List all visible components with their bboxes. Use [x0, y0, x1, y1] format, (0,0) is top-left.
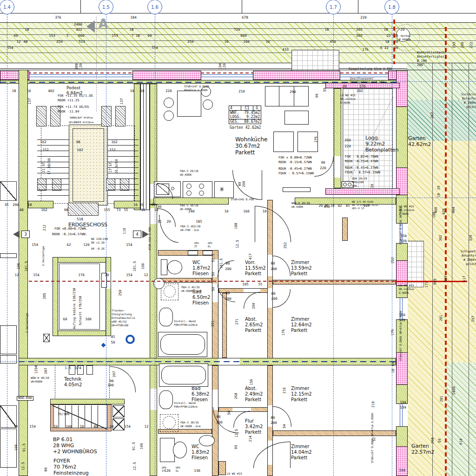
dim-label: 101.5 [133, 261, 137, 272]
dim-label: 100 [140, 443, 144, 450]
dim-label: 35 [4, 203, 8, 207]
dim-label: 10 [109, 425, 113, 429]
room-label-line: 12.64m2 [291, 322, 312, 328]
abst-west-wall [222, 293, 227, 358]
dim-label: 200 [461, 42, 464, 48]
room-label: Flur3.42m2Parkett [245, 418, 263, 435]
dim-label: 276 [314, 136, 318, 143]
chair [164, 111, 174, 121]
dim-label: 267 [430, 112, 434, 119]
dim-label: 660 [78, 34, 85, 38]
annotation: WDB-H 20/10 [291, 202, 310, 205]
dim-label: 30 [157, 205, 161, 209]
room-label: Abst.2.65m2Parkett [245, 317, 263, 333]
room-label-line: 4.05m2 [64, 382, 82, 388]
dim-label: 285 [43, 293, 46, 299]
dim-label: 18 [129, 28, 133, 32]
dim-label: 18 [324, 28, 329, 32]
annotation: Trocken- [112, 309, 125, 312]
dim-label: 35 [157, 220, 161, 224]
annotation: # 2904+40 [463, 258, 476, 262]
dim-label: 184 [130, 16, 137, 20]
room-label: Garten22.57m2 [411, 443, 434, 456]
annotation: Aufzug kabine 110/210 [73, 288, 77, 329]
dim-label: 554 [7, 46, 13, 50]
annotation: IT [162, 469, 165, 472]
room-label: Abst.2.49m2Parkett [245, 386, 263, 402]
annotation: GELÄNDER H=110cm [69, 121, 93, 124]
annotation: RP=97cm U.RDOK [184, 89, 208, 92]
dim-label: 54 [283, 424, 286, 428]
dim-label: 155 [104, 208, 110, 212]
toilet-bowl [173, 442, 187, 458]
dim-label: 2400 [452, 386, 456, 395]
dim-label: 20 [342, 85, 346, 88]
room-label-line: Zimmer [291, 317, 312, 322]
section-3-marker: 3 [21, 231, 30, 238]
room-label-line: 11.55m2 [245, 265, 266, 271]
dim-label: 162 [40, 140, 46, 144]
grid-bubble: 1.8 [384, 0, 399, 14]
room-label-line: Parkett [291, 397, 312, 403]
annotation: UK-FOK -3cm [180, 229, 199, 232]
elevator-wall [53, 257, 111, 263]
dim-label: 417 [249, 253, 252, 260]
dim-label: 10 [130, 89, 134, 93]
drawing-element [199, 184, 204, 189]
dim-label: 220 [360, 16, 367, 20]
dim-label: 10 [53, 425, 58, 429]
dim-label: 388 [75, 63, 79, 70]
drawing-element [294, 86, 294, 106]
dim-label: 202 [357, 89, 363, 93]
dim-label: 22 [386, 34, 390, 38]
drawing-element [80, 0, 81, 13]
door-gap [150, 389, 157, 410]
dim-label: 610 [459, 438, 463, 445]
zimmer1-door-swing [273, 256, 291, 276]
room-label-line: Parkett [235, 149, 268, 156]
grid-bubble: 1.6 [147, 0, 162, 14]
dim-label: 200 [225, 267, 231, 271]
dim-label: 17.38/30 [47, 158, 51, 175]
annotation: Ü.RDOK [340, 101, 350, 105]
door-gap [334, 156, 341, 178]
room-label: WC1.87m2Fliesen [192, 260, 210, 276]
annotation: w08 45/52 [112, 320, 127, 324]
dim-label: 250 [119, 290, 122, 296]
annotation: Ü.RDOK [399, 291, 409, 295]
dim-label: 160 [243, 40, 250, 44]
chair [203, 99, 213, 110]
dim-label: 90 [315, 93, 319, 98]
dim-label: 139 [223, 63, 226, 70]
drawing-element [201, 77, 253, 77]
toilet-bowl [167, 260, 182, 274]
drawing-element [343, 183, 347, 186]
dim-label: 30 [324, 204, 328, 208]
room-label: Logg.9.22m2Betonplatten [365, 135, 398, 153]
dim-label: 268 [431, 437, 435, 444]
door-gap [212, 284, 218, 302]
annotation: UK-ROOK [291, 205, 303, 209]
shaft-box [43, 334, 50, 342]
drawing-element [120, 178, 129, 191]
drawing-element [36, 106, 46, 126]
annotation: 35/100 [58, 413, 69, 416]
washbasin [159, 308, 173, 326]
coffee-table [284, 111, 309, 125]
dim-label: 100 [17, 263, 20, 270]
drawing-element [143, 84, 144, 210]
room-label-line: 13.59m2 [291, 265, 312, 271]
annotation: LÜ WD #15 [399, 284, 414, 287]
dim-label: 5 [66, 34, 69, 38]
drawing-element [146, 84, 146, 210]
dim-label: 720 [234, 28, 240, 32]
dim-label: 51.5 [212, 254, 215, 262]
dim-label: 100 [14, 444, 18, 451]
dim-label: 50 [212, 272, 215, 276]
dim-label: 170 [78, 273, 85, 277]
section-red-dash-line [29, 281, 395, 282]
drawing-element [108, 184, 139, 185]
drawing-element [279, 86, 279, 106]
drawing-element [186, 184, 192, 189]
dim-label: 20 [166, 220, 171, 224]
